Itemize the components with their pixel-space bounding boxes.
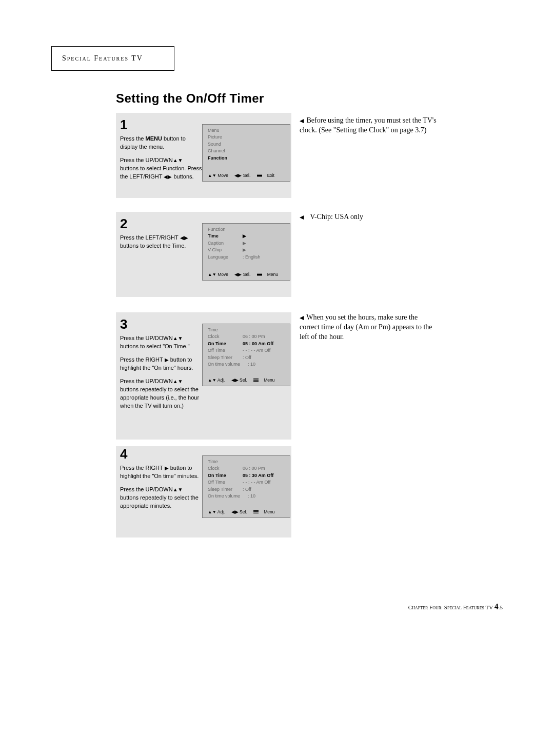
osd-row: Clock06 : 00 Pm	[208, 465, 285, 472]
osd-hint-move: ▲▼ Move	[208, 173, 228, 178]
menu-button-icon	[257, 174, 262, 177]
osd-box: Time Clock06 : 00 Pm On Time05 : 30 Am O…	[202, 455, 290, 518]
step-4-line-b: Press the UP/DOWN▲▼ buttons repeatedly t…	[120, 486, 202, 510]
step-4-panel: 4 Press the RIGHT ▶ button to highlight …	[116, 446, 291, 538]
step-number: 3	[120, 316, 202, 332]
left-right-icon: ◀▶	[164, 174, 172, 180]
menu-button-icon	[253, 379, 259, 382]
osd-hint-menu: Menu	[253, 509, 280, 514]
osd-hint-sel: ◀▶ Sel.	[234, 173, 250, 178]
osd-item: Sound	[208, 141, 285, 148]
osd-hints: ▲▼ Adj. ◀▶ Sel. Menu	[208, 377, 285, 383]
osd-title: Function	[208, 227, 285, 232]
osd-title: Time	[208, 459, 285, 464]
step-1-panel: 1 Press the MENU button to display the m…	[116, 113, 291, 198]
osd-row: Clock06 : 00 Pm	[208, 333, 285, 341]
osd-row: Sleep Timer: Off	[208, 354, 285, 362]
osd-row: On time volume: 10	[208, 361, 285, 368]
left-right-icon: ◀▶	[180, 235, 188, 241]
right-icon: ▶	[165, 357, 169, 363]
osd-hints: ▲▼ Adj. ◀▶ Sel. Menu	[208, 509, 285, 514]
note-2: ◀ V-Chip: USA only	[300, 212, 438, 222]
step-3-text: 3 Press the UP/DOWN▲▼ buttons to select …	[120, 316, 202, 410]
menu-button-icon	[257, 273, 262, 276]
osd-row: Sleep Timer: Off	[208, 486, 285, 493]
step-1-line-b: Press the UP/DOWN▲▼ buttons to select Fu…	[120, 156, 202, 181]
step-2-line-a: Press the LEFT/RIGHT ◀▶ buttons to selec…	[120, 234, 202, 250]
osd-box: Function Time▶ Caption▶ V-Chip▶ Language…	[202, 223, 290, 281]
osd-screenshot-2: Function Time▶ Caption▶ V-Chip▶ Language…	[202, 223, 290, 281]
right-icon: ▶	[165, 465, 169, 471]
step-4-text: 4 Press the RIGHT ▶ button to highlight …	[120, 446, 202, 510]
osd-title: Time	[208, 327, 285, 332]
osd-box: Menu Picture Sound Channel Function ▲▼ M…	[202, 124, 290, 182]
page-title: Setting the On/Off Timer	[116, 91, 264, 106]
osd-item: Channel	[208, 148, 285, 155]
step-3-panel: 3 Press the UP/DOWN▲▼ buttons to select …	[116, 312, 291, 440]
step-1-text: 1 Press the MENU button to display the m…	[120, 117, 202, 181]
step-4-line-a: Press the RIGHT ▶ button to highlight th…	[120, 464, 202, 481]
osd-hint-exit: Exit	[257, 173, 280, 178]
pointer-left-icon: ◀	[300, 117, 304, 124]
step-number: 1	[120, 117, 202, 133]
osd-row-active: On Time05 : 30 Am Off	[208, 472, 285, 480]
up-down-icon: ▲▼	[173, 379, 183, 384]
osd-screenshot-3: Time Clock06 : 00 Pm On Time05 : 00 Am O…	[202, 324, 290, 386]
chevron-right-icon: ▶	[243, 247, 246, 254]
step-number: 4	[120, 446, 202, 462]
osd-hints: ▲▼ Move ◀▶ Sel. Menu	[208, 272, 288, 277]
osd-row-active: On Time05 : 00 Am Off	[208, 341, 285, 348]
pointer-left-icon: ◀	[300, 214, 304, 220]
osd-hint-menu: Menu	[257, 272, 283, 277]
osd-item: Language: English	[208, 254, 285, 261]
osd-hint-move: ▲▼ Move	[208, 272, 228, 277]
osd-hints: ▲▼ Move ◀▶ Sel. Exit	[208, 173, 285, 178]
osd-item-active: Function	[208, 155, 285, 162]
pointer-left-icon: ◀	[300, 314, 304, 321]
osd-screenshot-1: Menu Picture Sound Channel Function ▲▼ M…	[202, 124, 290, 182]
step-3-line-a: Press the UP/DOWN▲▼ buttons to select "O…	[120, 334, 202, 351]
step-2-text: 2 Press the LEFT/RIGHT ◀▶ buttons to sel…	[120, 216, 202, 250]
section-header-label: Special Features TV	[62, 54, 143, 63]
osd-item: Caption▶	[208, 240, 285, 247]
osd-box: Time Clock06 : 00 Pm On Time05 : 00 Am O…	[202, 324, 290, 386]
osd-item: Picture	[208, 134, 285, 141]
footer-page-minor: .5	[499, 604, 503, 610]
osd-row: Off Time- - : - - Am Off	[208, 347, 285, 354]
osd-screenshot-4: Time Clock06 : 00 Pm On Time05 : 30 Am O…	[202, 455, 290, 518]
section-header-box: Special Features TV	[51, 46, 174, 71]
footer-page-major: 4	[494, 602, 499, 611]
chevron-right-icon: ▶	[243, 233, 246, 240]
step-number: 2	[120, 216, 202, 232]
up-down-icon: ▲▼	[173, 335, 183, 341]
note-1: ◀ Before using the timer, you must set t…	[300, 116, 438, 135]
osd-hint-sel: ◀▶ Sel.	[231, 509, 247, 514]
up-down-icon: ▲▼	[173, 487, 183, 492]
step-1-line-a: Press the MENU button to display the men…	[120, 135, 202, 151]
step-3-line-c: Press the UP/DOWN▲▼ buttons repeatedly t…	[120, 377, 202, 410]
chevron-right-icon: ▶	[243, 240, 246, 247]
page-footer: Chapter Four: Special Features TV 4.5	[408, 602, 503, 611]
osd-hint-adj: ▲▼ Adj.	[208, 377, 225, 383]
manual-page: Special Features TV Setting the On/Off T…	[0, 0, 554, 756]
osd-row: On time volume: 10	[208, 493, 285, 500]
osd-hint-sel: ◀▶ Sel.	[234, 272, 250, 277]
footer-chapter: Chapter Four: Special Features TV	[408, 604, 494, 610]
osd-item-active: Time▶	[208, 233, 285, 240]
osd-row: Off Time- - : - - Am Off	[208, 479, 285, 486]
osd-hint-sel: ◀▶ Sel.	[231, 377, 247, 383]
up-down-icon: ▲▼	[173, 157, 183, 163]
osd-item: V-Chip▶	[208, 247, 285, 254]
note-3: ◀ When you set the hours, make sure the …	[300, 313, 438, 342]
osd-title: Menu	[208, 128, 285, 133]
osd-hint-menu: Menu	[253, 377, 280, 383]
menu-button-icon	[253, 510, 259, 514]
step-2-panel: 2 Press the LEFT/RIGHT ◀▶ buttons to sel…	[116, 212, 291, 297]
osd-hint-adj: ▲▼ Adj.	[208, 509, 225, 514]
step-3-line-b: Press the RIGHT ▶ button to highlight th…	[120, 356, 202, 372]
